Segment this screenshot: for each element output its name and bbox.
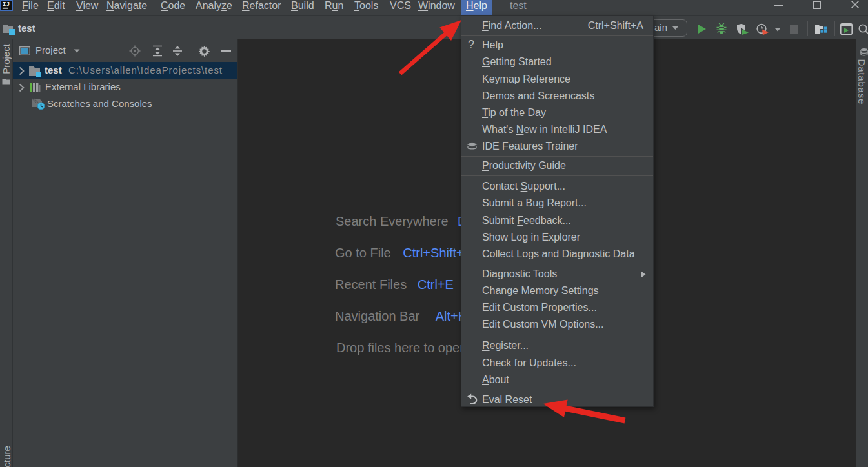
svg-text:IJ: IJ — [3, 1, 10, 8]
